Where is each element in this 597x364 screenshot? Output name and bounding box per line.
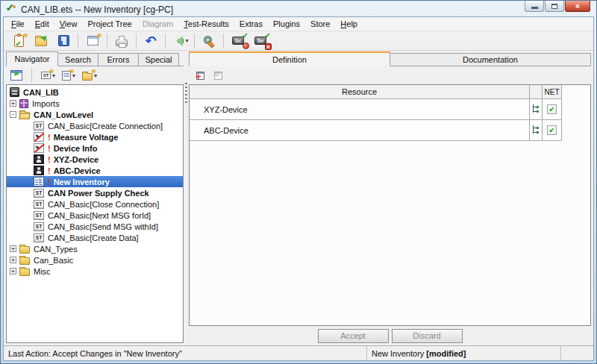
resource-column-header: Resource xyxy=(190,85,529,98)
clipboard-glyph xyxy=(14,35,24,47)
tab-search[interactable]: Search xyxy=(58,53,99,66)
menu-help[interactable]: Help xyxy=(335,18,363,30)
tab-documentation[interactable]: Documentation xyxy=(390,53,591,66)
maximize-button[interactable] xyxy=(545,1,564,12)
tree-item-can-basic[interactable]: +Can_Basic xyxy=(7,254,183,266)
tab-errors[interactable]: Errors xyxy=(99,53,139,66)
tree-expander-collapsed[interactable]: + xyxy=(10,100,16,107)
menu-store[interactable]: Store xyxy=(305,18,335,30)
resource-table: Resource NET XYZ-DeviceABC-Device xyxy=(190,85,562,141)
tree-item-can-basic-send-msg-withid[interactable]: STCAN_Basic[Send MSG withId] xyxy=(7,221,183,232)
embed-navigator-icon[interactable] xyxy=(10,68,23,83)
maximize-icon xyxy=(551,4,557,9)
editor-panel: DefinitionDocumentation +− Resource NET … xyxy=(189,51,591,345)
menu-plugins[interactable]: Plugins xyxy=(268,18,305,30)
status-editor: New Inventory [modified] xyxy=(367,346,560,360)
suite-check-run-icon[interactable]: Sc✔ xyxy=(227,32,249,50)
new-testcase-icon[interactable]: ST★▾ xyxy=(40,68,56,83)
tree-item-can-basic-create-data[interactable]: STCAN_Basic[Create Data] xyxy=(7,232,183,243)
tree-item-misc[interactable]: +Misc xyxy=(7,266,183,277)
tree-item-imports[interactable]: +Imports xyxy=(7,98,183,109)
net-checkbox-checked[interactable] xyxy=(547,125,557,135)
tree-expander-collapsed[interactable]: + xyxy=(10,245,16,252)
status-last-action: Last Action: Accept Changes in "New Inve… xyxy=(4,346,367,360)
resource-cell[interactable]: ABC-Device xyxy=(190,120,529,140)
resource-table-header: Resource NET xyxy=(190,85,562,99)
tree-item-abc-device[interactable]: !ABC-Device xyxy=(7,165,183,176)
tree-item-label: XYZ-Device xyxy=(54,155,99,164)
tree-item-label: Imports xyxy=(32,99,60,108)
discard-button[interactable]: Discard xyxy=(392,329,463,343)
suite-check-error-icon[interactable]: Se✔× xyxy=(249,32,272,50)
accept-button[interactable]: Accept xyxy=(318,329,389,343)
tree-item-can-lowlevel[interactable]: -CAN_LowLevel xyxy=(7,109,183,120)
tree-item-measure-voltage[interactable]: !Measure Voltage xyxy=(7,131,183,142)
class-browser-icon[interactable] xyxy=(198,32,220,50)
toolbar-separator xyxy=(165,34,166,48)
package-icon xyxy=(19,99,28,108)
toolbar-separator xyxy=(136,34,137,48)
menu-edit[interactable]: Edit xyxy=(30,18,54,30)
tree-item-new-inventory[interactable]: !New Inventory xyxy=(7,176,183,187)
tree-expander-collapsed[interactable]: + xyxy=(10,257,16,263)
tree-item-can-basic-next-msg-forid[interactable]: STCAN_Basic[Next MSG forId] xyxy=(7,210,183,221)
minimize-button[interactable] xyxy=(525,1,544,12)
resource-cell[interactable]: XYZ-Device xyxy=(190,99,529,119)
app-icon xyxy=(5,4,16,15)
net-column-header: NET xyxy=(542,85,562,98)
menu-file[interactable]: File xyxy=(6,18,30,30)
st-icon: ST xyxy=(34,222,44,231)
editor-tab-bar: DefinitionDocumentation xyxy=(189,51,591,66)
back-icon[interactable]: ▾ xyxy=(169,32,191,50)
tab-special[interactable]: Special xyxy=(139,53,179,66)
resource-row-xyz-device[interactable]: XYZ-Device xyxy=(190,99,562,120)
new-folder-icon[interactable]: ★▾ xyxy=(81,68,98,83)
net-checkbox-checked[interactable] xyxy=(547,104,557,114)
menu-view[interactable]: View xyxy=(54,18,83,30)
menu-test-results[interactable]: Test-Results xyxy=(178,18,234,30)
undo-icon[interactable]: ↶ xyxy=(140,32,162,50)
st-icon: ST xyxy=(34,122,44,131)
title-bar[interactable]: CAN_LIB.ets -- New Inventory [cg-PC] × xyxy=(1,1,596,16)
tree-expander-expanded[interactable]: - xyxy=(10,111,16,118)
library-icon xyxy=(10,87,19,97)
undo-arrow-glyph: ↶ xyxy=(145,36,156,46)
tree-item-can-types[interactable]: +CAN_Types xyxy=(7,243,183,254)
new-inventory-icon[interactable]: ★▾ xyxy=(61,68,76,83)
tab-navigator[interactable]: Navigator xyxy=(6,51,58,66)
add-resource-icon[interactable]: + xyxy=(193,68,205,83)
status-bar: Last Action: Accept Changes in "New Inve… xyxy=(4,345,593,360)
tree-item-device-info[interactable]: !Device Info xyxy=(7,142,183,154)
folder-icon xyxy=(19,257,30,265)
navigator-toolbar: ST★▾★▾★▾ xyxy=(6,66,184,84)
hierarchy-cell[interactable] xyxy=(529,99,542,119)
net-cell xyxy=(542,120,562,140)
print-icon[interactable] xyxy=(110,32,133,50)
open-suite-icon[interactable] xyxy=(30,32,52,50)
net-cell xyxy=(542,99,562,119)
project-tree[interactable]: CAN_LIB+Imports-CAN_LowLevelSTCAN_Basic[… xyxy=(6,84,184,343)
tree-item-can-basic-create-connection[interactable]: STCAN_Basic[Create Connection] xyxy=(7,120,183,131)
close-button[interactable]: × xyxy=(565,1,590,12)
tree-item-can-basic-close-connection[interactable]: STCAN_Basic[Close Connection] xyxy=(7,198,183,210)
st-icon: ST xyxy=(34,211,44,220)
new-suite-icon[interactable]: ★ xyxy=(7,32,30,50)
new-window-icon[interactable]: ★ xyxy=(81,32,104,50)
tree-expander-collapsed[interactable]: + xyxy=(10,268,16,274)
main-toolbar: ★★↶▾Sc✔Se✔× xyxy=(4,31,593,51)
hierarchy-cell[interactable] xyxy=(529,120,542,140)
definition-toolbar: +− xyxy=(189,66,591,84)
panel-splitter[interactable] xyxy=(184,51,189,345)
tree-item-can-power-supply-check[interactable]: STCAN Power Supply Check xyxy=(7,187,183,198)
menu-project-tree[interactable]: Project Tree xyxy=(82,18,137,30)
modified-marker: ! xyxy=(48,178,51,186)
tree-item-can-lib[interactable]: CAN_LIB xyxy=(7,87,183,98)
resource-row-abc-device[interactable]: ABC-Device xyxy=(190,120,562,141)
menu-extras[interactable]: Extras xyxy=(234,18,268,30)
tree-item-label: CAN_LIB xyxy=(23,88,59,97)
folder-open-icon xyxy=(19,112,30,119)
tree-item-label: CAN_LowLevel xyxy=(34,110,93,119)
tab-definition[interactable]: Definition xyxy=(189,51,390,66)
save-icon[interactable] xyxy=(52,32,75,50)
tree-item-xyz-device[interactable]: !XYZ-Device xyxy=(7,154,183,165)
